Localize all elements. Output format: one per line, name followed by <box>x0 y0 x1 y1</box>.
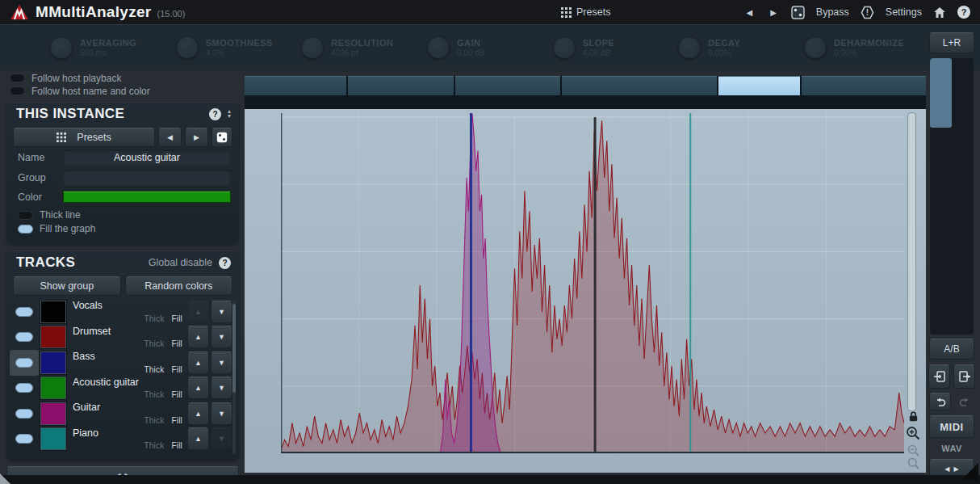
track-thick-toggle[interactable]: Thick <box>144 314 165 323</box>
track-fill-toggle[interactable]: Fill <box>171 416 182 425</box>
stereo-plot[interactable] <box>245 109 926 473</box>
random-preset-icon[interactable] <box>791 6 805 19</box>
track-color-swatch[interactable] <box>40 402 66 425</box>
track-enable-toggle[interactable] <box>15 307 33 317</box>
track-move-up-button[interactable]: ▲ <box>187 301 209 323</box>
show-group-button[interactable]: Show group <box>13 276 121 296</box>
knob-dial[interactable] <box>176 36 199 59</box>
presets-button[interactable]: Presets <box>561 6 610 18</box>
parameter-knob[interactable]: GAIN 0.00 dB <box>427 36 547 59</box>
track-move-down-button[interactable]: ▼ <box>211 427 232 450</box>
track-move-up-button[interactable]: ▲ <box>187 377 209 399</box>
view-tab[interactable] <box>802 76 926 95</box>
track-color-swatch[interactable] <box>40 326 66 348</box>
parameter-knob[interactable]: RESOLUTION 4096 pt <box>301 36 421 59</box>
copy-from-slot-button[interactable] <box>953 364 975 389</box>
channel-mode-button[interactable]: L+R <box>929 32 974 53</box>
panel-help-icon[interactable]: ? <box>209 108 221 120</box>
track-thick-toggle[interactable]: Thick <box>144 416 165 425</box>
track-row[interactable]: Guitar Thick Fill ▲ ▼ <box>10 401 232 427</box>
ab-slot-button[interactable] <box>952 266 974 335</box>
thick-line-toggle[interactable] <box>18 211 33 220</box>
view-tab[interactable] <box>455 76 560 95</box>
collapse-icon[interactable]: ▴ ▾ <box>228 109 231 119</box>
toggle-pill-icon[interactable] <box>10 74 25 82</box>
track-fill-toggle[interactable]: Fill <box>171 441 182 450</box>
global-disable-button[interactable]: Global disable <box>149 257 212 268</box>
track-move-up-button[interactable]: ▲ <box>187 326 209 348</box>
copy-to-slot-button[interactable] <box>928 364 950 389</box>
panel-help-icon[interactable]: ? <box>219 257 231 269</box>
knob-dial[interactable] <box>804 36 827 59</box>
undo-button[interactable] <box>929 393 951 410</box>
group-field[interactable] <box>63 170 231 186</box>
warning-icon[interactable]: ! <box>861 6 874 19</box>
random-colors-button[interactable]: Random colors <box>125 276 233 296</box>
track-color-swatch[interactable] <box>40 351 66 374</box>
track-row[interactable]: Drumset Thick Fill ▲ ▼ <box>10 325 232 351</box>
track-thick-toggle[interactable]: Thick <box>144 390 165 399</box>
stereo-analysis-canvas[interactable] <box>281 113 904 453</box>
instance-presets-button[interactable]: Presets <box>13 128 155 147</box>
resize-grip-bottom-left[interactable] <box>0 473 10 484</box>
track-thick-toggle[interactable]: Thick <box>144 365 165 374</box>
track-move-down-button[interactable]: ▼ <box>211 377 232 399</box>
knob-dial[interactable] <box>50 36 73 59</box>
track-thick-toggle[interactable]: Thick <box>144 441 165 450</box>
parameter-knob[interactable]: DECAY 0.00% <box>678 36 798 59</box>
ab-slot-button[interactable] <box>930 128 952 197</box>
next-preset-button[interactable]: ▶ <box>767 6 780 19</box>
name-field[interactable]: Acoustic guitar <box>63 149 231 166</box>
ab-slot-button[interactable] <box>930 266 952 335</box>
follow-toggle-row[interactable]: Follow host name and color <box>10 85 239 97</box>
prev-preset-button[interactable]: ◀ <box>743 6 756 19</box>
zoom-out-icon[interactable] <box>907 444 920 457</box>
ab-slot-button[interactable] <box>952 128 974 197</box>
track-enable-toggle[interactable] <box>15 434 33 444</box>
ab-compare-button[interactable]: A/B <box>929 339 974 360</box>
resize-grip-bottom-right[interactable] <box>961 463 978 480</box>
knob-dial[interactable] <box>553 36 576 59</box>
knob-dial[interactable] <box>427 36 450 59</box>
track-thick-toggle[interactable]: Thick <box>144 339 165 348</box>
track-enable-cell[interactable] <box>10 325 39 351</box>
track-color-swatch[interactable] <box>40 301 66 323</box>
view-tab[interactable] <box>348 76 453 95</box>
view-tab[interactable] <box>245 76 346 95</box>
track-row[interactable]: Acoustic guitar Thick Fill ▲ ▼ <box>10 376 232 402</box>
lock-icon[interactable] <box>907 410 919 423</box>
view-tab[interactable] <box>718 76 800 95</box>
zoom-fit-icon[interactable] <box>907 457 920 470</box>
ab-slot-button[interactable] <box>952 58 974 128</box>
track-enable-cell[interactable] <box>10 350 39 376</box>
track-color-swatch[interactable] <box>40 377 66 399</box>
next-preset-button[interactable]: ▶ <box>185 128 208 147</box>
help-icon[interactable]: ? <box>957 6 970 19</box>
track-fill-toggle[interactable]: Fill <box>171 314 182 323</box>
zoom-in-icon[interactable] <box>905 425 921 441</box>
track-enable-toggle[interactable] <box>15 332 33 342</box>
track-move-down-button[interactable]: ▼ <box>211 301 232 323</box>
track-enable-toggle[interactable] <box>15 383 33 393</box>
track-move-down-button[interactable]: ▼ <box>211 326 232 348</box>
wav-button[interactable]: WAV <box>941 444 962 453</box>
tracks-scrollbar[interactable] <box>232 301 236 454</box>
parameter-knob[interactable]: SLOPE 4.00 dB <box>553 36 672 59</box>
midi-button[interactable]: MIDI <box>929 415 974 438</box>
track-enable-cell[interactable] <box>10 376 39 402</box>
parameter-knob[interactable]: AVERAGING 500 ms <box>50 36 170 59</box>
settings-button[interactable]: Settings <box>886 6 922 18</box>
toggle-pill-icon[interactable] <box>10 86 25 95</box>
track-enable-toggle[interactable] <box>15 358 33 368</box>
track-enable-toggle[interactable] <box>15 409 33 419</box>
track-enable-cell[interactable] <box>10 299 39 325</box>
track-move-down-button[interactable]: ▼ <box>211 402 232 425</box>
parameter-knob[interactable]: DEHARMONIZE 0.00% <box>804 36 923 59</box>
track-move-down-button[interactable]: ▼ <box>211 351 232 374</box>
track-row[interactable]: Piano Thick Fill ▲ ▼ <box>10 427 232 452</box>
parameter-knob[interactable]: SMOOTHNESS 4.0% <box>176 36 295 59</box>
bypass-button[interactable]: Bypass <box>816 6 849 18</box>
scrollbar-thumb[interactable] <box>232 304 236 393</box>
ab-slot-button[interactable] <box>930 196 952 266</box>
ab-slot-button[interactable] <box>952 196 974 266</box>
